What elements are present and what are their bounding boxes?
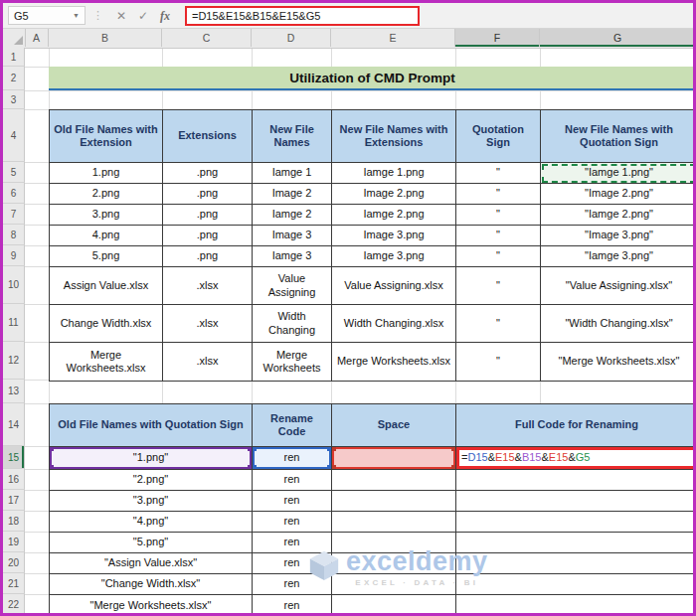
header-cell-F4[interactable]: Quotation Sign: [456, 110, 541, 163]
cell-D10[interactable]: Value Assigning: [253, 267, 332, 305]
cell-F18[interactable]: [456, 512, 696, 533]
cell-E7[interactable]: Iamge 2.png: [332, 205, 456, 226]
row-header-9[interactable]: 9: [3, 245, 25, 266]
cell-F16[interactable]: [456, 470, 696, 491]
cell-G6[interactable]: "Image 2.png": [541, 184, 696, 205]
cell-B22[interactable]: "Merge Worksheets.xlsx": [50, 595, 253, 616]
row-header-2[interactable]: 2: [3, 67, 25, 90]
row-header-3[interactable]: 3: [3, 90, 25, 109]
row-header-17[interactable]: 17: [3, 490, 25, 511]
row-header-14[interactable]: 14: [3, 403, 25, 446]
cell-D7[interactable]: Iamge 2: [253, 205, 332, 226]
cell-F15[interactable]: =D15&E15&B15&E15&G5: [456, 447, 696, 470]
cancel-button[interactable]: ✕: [110, 4, 132, 28]
row-header-21[interactable]: 21: [3, 573, 25, 594]
cell-F20[interactable]: [456, 553, 696, 574]
cell-E12[interactable]: Merge Worksheets.xlsx: [332, 343, 456, 381]
cell-B12[interactable]: Merge Worksheets.xlsx: [50, 343, 163, 381]
row-header-4[interactable]: 4: [3, 109, 25, 162]
header-cell-D14[interactable]: Rename Code: [253, 404, 332, 447]
title-cell[interactable]: Utilization of CMD Prompt: [49, 67, 696, 90]
cell-C7[interactable]: .png: [163, 205, 253, 226]
cell-F22[interactable]: [456, 595, 696, 616]
cell-F21[interactable]: [456, 574, 696, 595]
cell-D5[interactable]: Iamge 1: [253, 163, 332, 184]
cell-G12[interactable]: "Merge Worksheets.xlsx": [541, 343, 696, 381]
cell-F12[interactable]: ": [456, 343, 541, 381]
row-header-6[interactable]: 6: [3, 183, 25, 204]
cell-B15[interactable]: "1.png": [50, 447, 253, 470]
cell-D9[interactable]: Iamge 3: [253, 246, 332, 267]
cell-C11[interactable]: .xlsx: [163, 305, 253, 343]
cell-C5[interactable]: .png: [163, 163, 253, 184]
cell-C8[interactable]: .png: [163, 226, 253, 246]
cell-B7[interactable]: 3.png: [50, 205, 163, 226]
row-header-16[interactable]: 16: [3, 469, 25, 490]
header-cell-F14[interactable]: Full Code for Renaming: [456, 404, 696, 447]
selection-handle[interactable]: [50, 447, 54, 451]
cell-E15[interactable]: [332, 447, 456, 470]
cell-E6[interactable]: Image 2.png: [332, 184, 456, 205]
select-all-button[interactable]: [3, 28, 26, 47]
column-header-F[interactable]: F: [455, 28, 540, 47]
cell-E16[interactable]: [332, 470, 456, 491]
cell-F17[interactable]: [456, 491, 696, 512]
cell-F8[interactable]: ": [456, 226, 541, 246]
cell-B5[interactable]: 1.png: [50, 163, 163, 184]
header-cell-D4[interactable]: New File Names: [253, 110, 332, 163]
cell-F10[interactable]: ": [456, 267, 541, 305]
insert-function-button[interactable]: fx: [154, 4, 176, 28]
cell-G8[interactable]: "Image 3.png": [541, 226, 696, 246]
cell-E8[interactable]: Image 3.png: [332, 226, 456, 246]
cell-D16[interactable]: ren: [253, 470, 332, 491]
cell-E9[interactable]: Iamge 3.png: [332, 246, 456, 267]
cell-G10[interactable]: "Value Assigning.xlsx": [541, 267, 696, 305]
cell-E18[interactable]: [332, 512, 456, 533]
cell-F9[interactable]: ": [456, 246, 541, 267]
header-cell-C4[interactable]: Extensions: [163, 110, 253, 163]
cell-E5[interactable]: Iamge 1.png: [332, 163, 456, 184]
row-header-11[interactable]: 11: [3, 304, 25, 342]
column-header-A[interactable]: A: [25, 28, 49, 47]
cell-G9[interactable]: "Iamge 3.png": [541, 246, 696, 267]
header-cell-G4[interactable]: New File Names with Quotation Sign: [541, 110, 696, 163]
cell-G11[interactable]: "Width Changing.xlsx": [541, 305, 696, 343]
header-cell-B4[interactable]: Old File Names with Extension: [50, 110, 163, 163]
cell-E10[interactable]: Value Assigning.xlsx: [332, 267, 456, 305]
header-cell-E4[interactable]: New File Names with Extensions: [332, 110, 456, 163]
row-header-18[interactable]: 18: [3, 511, 25, 532]
column-header-G[interactable]: G: [540, 28, 696, 47]
name-box-dropdown-icon[interactable]: ▼: [73, 12, 80, 19]
header-cell-E14[interactable]: Space: [332, 404, 456, 447]
row-header-10[interactable]: 10: [3, 266, 25, 304]
row-header-7[interactable]: 7: [3, 204, 25, 225]
cell-E11[interactable]: Width Changing.xlsx: [332, 305, 456, 343]
row-header-22[interactable]: 22: [3, 594, 25, 616]
cell-F11[interactable]: ": [456, 305, 541, 343]
cell-D12[interactable]: Merge Worksheets: [253, 343, 332, 381]
name-box[interactable]: G5 ▼: [8, 6, 86, 25]
column-header-E[interactable]: E: [331, 28, 455, 47]
row-header-8[interactable]: 8: [3, 225, 25, 245]
cell-B18[interactable]: "4.png": [50, 512, 253, 533]
cell-F5[interactable]: ": [456, 163, 541, 184]
cell-D6[interactable]: Image 2: [253, 184, 332, 205]
cell-F19[interactable]: [456, 533, 696, 553]
cell-B21[interactable]: "Change Width.xlsx": [50, 574, 253, 595]
selection-handle[interactable]: [332, 447, 336, 451]
cell-B10[interactable]: Assign Value.xlsx: [50, 267, 163, 305]
selection-handle[interactable]: [253, 447, 257, 451]
cell-B8[interactable]: 4.png: [50, 226, 163, 246]
column-header-B[interactable]: B: [49, 28, 162, 47]
row-header-5[interactable]: 5: [3, 162, 25, 183]
cell-B17[interactable]: "3.png": [50, 491, 253, 512]
row-header-20[interactable]: 20: [3, 552, 25, 573]
cell-D15[interactable]: ren: [253, 447, 332, 470]
cell-D8[interactable]: Image 3: [253, 226, 332, 246]
cell-F6[interactable]: ": [456, 184, 541, 205]
cell-D11[interactable]: Width Changing: [253, 305, 332, 343]
row-header-19[interactable]: 19: [3, 532, 25, 552]
cell-G7[interactable]: "Iamge 2.png": [541, 205, 696, 226]
row-header-12[interactable]: 12: [3, 342, 25, 380]
cell-D22[interactable]: ren: [253, 595, 332, 616]
